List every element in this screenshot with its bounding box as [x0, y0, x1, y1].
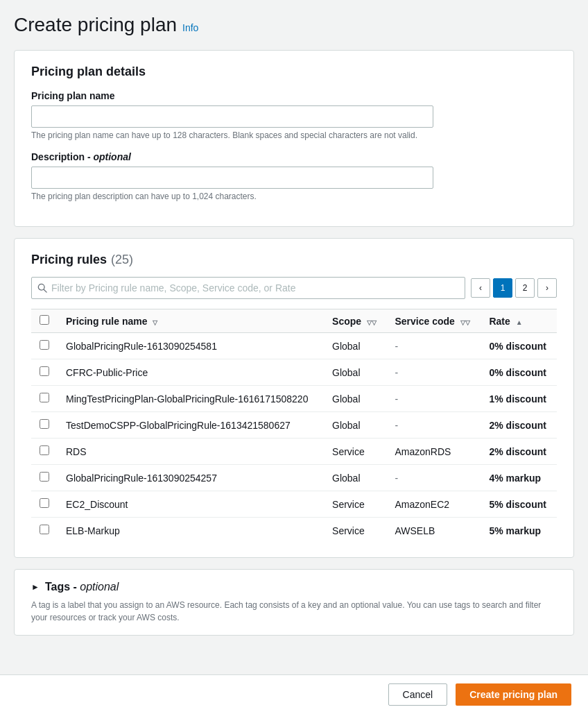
cancel-button[interactable]: Cancel — [388, 683, 448, 706]
search-input[interactable] — [51, 282, 459, 294]
pricing-rules-count: (25) — [111, 253, 133, 267]
service-code-value: - — [395, 393, 398, 405]
tags-label: Tags - optional — [45, 581, 119, 593]
row-service-code: AmazonEC2 — [386, 491, 481, 518]
pricing-rules-table: Pricing rule name Scope ▽ Service code ▽… — [31, 309, 557, 543]
row-rate: 2% discount — [481, 412, 557, 439]
row-service-code: - — [386, 359, 481, 386]
pricing-rules-header: Pricing rules (25) — [31, 253, 557, 267]
name-label: Pricing plan name — [31, 90, 557, 101]
description-label: Description - optional — [31, 151, 557, 162]
row-checkbox[interactable] — [40, 340, 49, 350]
header-service-code[interactable]: Service code ▽ — [386, 309, 481, 333]
pagination-controls: ‹ 1 2 › — [471, 278, 557, 298]
row-checkbox-cell — [31, 412, 58, 439]
table-row: RDS Service AmazonRDS 2% discount — [31, 439, 557, 465]
page-title: Create pricing plan — [14, 14, 177, 36]
row-checkbox-cell — [31, 386, 58, 412]
row-scope: Global — [324, 359, 386, 386]
info-link[interactable]: Info — [182, 22, 198, 33]
row-scope: Service — [324, 439, 386, 465]
search-wrapper — [31, 277, 465, 299]
row-checkbox-cell — [31, 333, 58, 359]
row-scope: Service — [324, 491, 386, 518]
service-code-value: - — [395, 341, 398, 352]
row-checkbox[interactable] — [40, 525, 49, 534]
row-service-code: - — [386, 386, 481, 412]
header-checkbox-cell — [31, 309, 58, 333]
row-service-code: - — [386, 412, 481, 439]
row-name: ELB-Markup — [58, 518, 324, 544]
pricing-plan-name-input[interactable] — [31, 105, 433, 128]
row-checkbox[interactable] — [40, 366, 49, 376]
footer-bar: Cancel Create pricing plan — [0, 674, 588, 714]
search-icon — [37, 283, 47, 293]
row-checkbox[interactable] — [40, 445, 49, 455]
row-checkbox-cell — [31, 491, 58, 518]
table-row: MingTestPricingPlan-GlobalPricingRule-16… — [31, 386, 557, 412]
description-field-group: Description - optional The pricing plan … — [31, 151, 557, 201]
row-checkbox[interactable] — [40, 419, 49, 429]
search-bar-row: ‹ 1 2 › — [31, 277, 557, 299]
pagination-page-2[interactable]: 2 — [515, 278, 535, 298]
table-row: GlobalPricingRule-1613090254257 Global -… — [31, 465, 557, 491]
pricing-rules-title: Pricing rules — [31, 253, 107, 267]
service-code-value: - — [395, 420, 398, 431]
row-service-code: - — [386, 465, 481, 491]
row-checkbox-cell — [31, 465, 58, 491]
row-checkbox[interactable] — [40, 498, 49, 508]
row-scope: Global — [324, 333, 386, 359]
service-code-value: AmazonEC2 — [395, 499, 449, 510]
tags-expand-icon: ► — [31, 582, 40, 592]
row-rate: 2% discount — [481, 439, 557, 465]
service-code-value: - — [395, 473, 398, 484]
row-scope: Global — [324, 465, 386, 491]
row-checkbox-cell — [31, 518, 58, 544]
row-checkbox[interactable] — [40, 393, 49, 402]
name-filter-icon — [153, 318, 157, 326]
table-row: GlobalPricingRule-1613090254581 Global -… — [31, 333, 557, 359]
table-row: EC2_Discount Service AmazonEC2 5% discou… — [31, 491, 557, 518]
tags-description: A tag is a label that you assign to an A… — [31, 599, 557, 624]
row-name: CFRC-Public-Price — [58, 359, 324, 386]
row-checkbox[interactable] — [40, 472, 49, 482]
row-name: RDS — [58, 439, 324, 465]
row-service-code: AWSELB — [386, 518, 481, 544]
header-rate[interactable]: Rate — [481, 309, 557, 333]
service-code-value: - — [395, 367, 398, 378]
table-row: CFRC-Public-Price Global - 0% discount — [31, 359, 557, 386]
header-scope[interactable]: Scope ▽ — [324, 309, 386, 333]
row-service-code: AmazonRDS — [386, 439, 481, 465]
tags-header[interactable]: ► Tags - optional — [31, 581, 557, 593]
row-checkbox-cell — [31, 359, 58, 386]
select-all-checkbox[interactable] — [40, 315, 49, 325]
table-header-row: Pricing rule name Scope ▽ Service code ▽… — [31, 309, 557, 333]
pricing-rules-card: Pricing rules (25) ‹ 1 2 › — [14, 238, 574, 558]
description-hint: The pricing plan description can have up… — [31, 192, 557, 201]
row-scope: Service — [324, 518, 386, 544]
row-service-code: - — [386, 333, 481, 359]
table-row: TestDemoCSPP-GlobalPricingRule-161342158… — [31, 412, 557, 439]
pricing-plan-details-card: Pricing plan details Pricing plan name T… — [14, 50, 574, 227]
svg-line-1 — [44, 289, 46, 292]
row-name: TestDemoCSPP-GlobalPricingRule-161342158… — [58, 412, 324, 439]
row-name: EC2_Discount — [58, 491, 324, 518]
row-checkbox-cell — [31, 439, 58, 465]
row-scope: Global — [324, 386, 386, 412]
row-name: MingTestPricingPlan-GlobalPricingRule-16… — [58, 386, 324, 412]
pricing-plan-details-title: Pricing plan details — [31, 65, 557, 79]
page-header: Create pricing plan Info — [14, 14, 574, 36]
service-code-value: AWSELB — [395, 525, 435, 536]
create-pricing-plan-button[interactable]: Create pricing plan — [456, 683, 571, 706]
service-code-value: AmazonRDS — [395, 446, 451, 457]
header-name[interactable]: Pricing rule name — [58, 309, 324, 333]
row-name: GlobalPricingRule-1613090254257 — [58, 465, 324, 491]
scope-filter-icon: ▽ — [367, 319, 377, 326]
row-rate: 5% markup — [481, 518, 557, 544]
description-input[interactable] — [31, 167, 433, 189]
row-rate: 0% discount — [481, 359, 557, 386]
row-name: GlobalPricingRule-1613090254581 — [58, 333, 324, 359]
pagination-page-1[interactable]: 1 — [493, 278, 512, 298]
pagination-next[interactable]: › — [537, 278, 557, 298]
pagination-prev[interactable]: ‹ — [471, 278, 490, 298]
